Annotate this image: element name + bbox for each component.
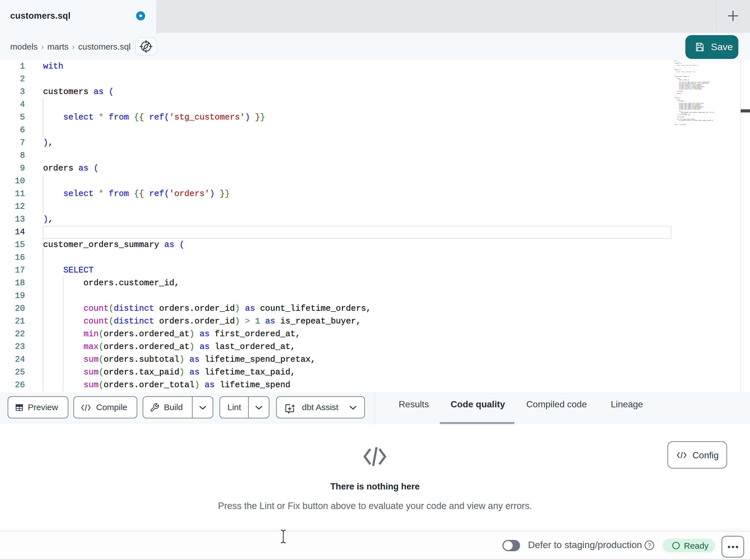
svg-text:?: ? <box>648 542 651 549</box>
